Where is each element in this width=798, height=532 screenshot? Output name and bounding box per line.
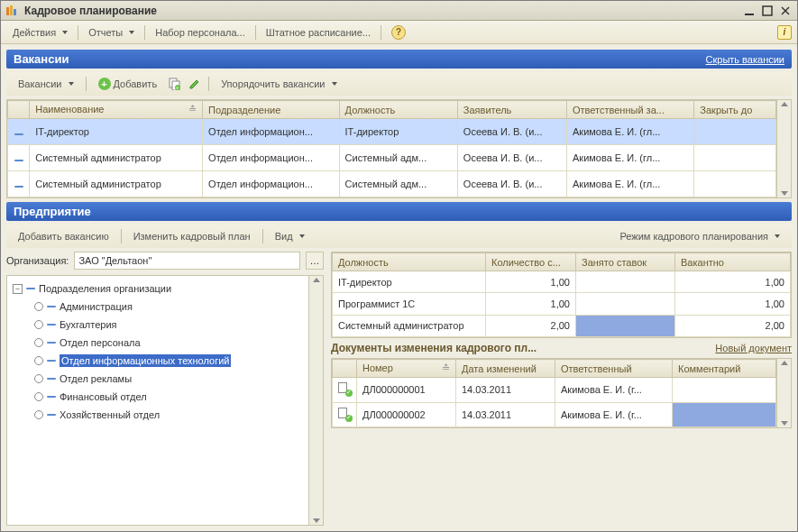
col-responsible[interactable]: Ответственный за...: [567, 101, 694, 119]
choose-org-button[interactable]: …: [306, 252, 324, 270]
vacancies-toolbar: Вакансии Добавить + Упорядочить вакансии: [6, 72, 792, 96]
add-label: Добавить: [114, 78, 158, 89]
view-menu[interactable]: Вид: [269, 228, 311, 244]
department-tree: − Подразделения организации Администраци…: [6, 275, 324, 526]
folder-icon: [47, 414, 56, 416]
tree-item[interactable]: Администрация: [9, 298, 307, 316]
tree-item-root[interactable]: − Подразделения организации: [9, 280, 307, 298]
col-vacant[interactable]: Вакантно: [675, 253, 791, 271]
separator: [121, 229, 122, 243]
enterprise-header: Предприятие: [6, 202, 792, 221]
svg-rect-4: [763, 6, 772, 15]
folder-icon: [47, 324, 56, 326]
svg-text:+: +: [176, 85, 179, 90]
docs-table: Номер≛ Дата изменений Ответственный Комм…: [332, 359, 776, 427]
reports-menu[interactable]: Отчеты: [82, 24, 141, 41]
doc-posted-icon: [338, 382, 351, 395]
maximize-button[interactable]: [759, 4, 775, 18]
separator: [78, 25, 78, 40]
actions-menu[interactable]: Действия: [6, 24, 74, 41]
table-row[interactable]: Системный администратор 2,00 2,00: [333, 315, 791, 336]
table-row[interactable]: Программист 1С 1,00 1,00: [333, 293, 791, 315]
folder-icon: [26, 288, 35, 289]
content: Вакансии Скрыть вакансии Вакансии Добави…: [1, 44, 797, 531]
recruit-button[interactable]: Набор персонала...: [149, 24, 251, 41]
window: Кадровое планирование Действия Отчеты На…: [0, 0, 798, 532]
scroll-down-icon: [313, 518, 320, 523]
col-position[interactable]: Должность: [339, 101, 457, 119]
svg-rect-2: [14, 9, 16, 15]
scrollbar[interactable]: [776, 100, 791, 197]
minimize-button[interactable]: [741, 4, 757, 18]
tree-item[interactable]: Бухгалтерия: [9, 316, 307, 334]
tree-item[interactable]: Финансовый отдел: [9, 388, 307, 406]
separator: [144, 25, 145, 40]
sort-icon: ≛: [188, 104, 197, 115]
col-department[interactable]: Подразделение: [203, 101, 339, 119]
vacancies-header: Вакансии Скрыть вакансии: [6, 50, 792, 69]
col-number[interactable]: Номер≛: [357, 360, 456, 378]
tree-item[interactable]: Хозяйственный отдел: [9, 406, 307, 424]
scrollbar[interactable]: [776, 359, 791, 427]
planning-mode-menu[interactable]: Режим кадрового планирования: [613, 228, 786, 244]
org-input[interactable]: ЗАО "Дельтаон": [74, 252, 300, 270]
col-comment[interactable]: Комментарий: [673, 360, 776, 378]
copy-button[interactable]: +: [167, 76, 183, 92]
tree-list: − Подразделения организации Администраци…: [7, 276, 308, 525]
col-occupied[interactable]: Занято ставок: [576, 253, 675, 271]
col-icon[interactable]: [333, 360, 357, 378]
table-row[interactable]: ДЛ000000002 14.03.2011 Акимова Е. И. (г.…: [333, 402, 776, 427]
table-row[interactable]: Системный администратор Отдел информацио…: [8, 145, 776, 171]
tree-item-selected[interactable]: Отдел информационных технологий: [9, 352, 307, 370]
radio-icon: [34, 320, 43, 329]
close-button[interactable]: [777, 4, 793, 18]
scrollbar[interactable]: [308, 276, 323, 525]
app-icon: [5, 4, 19, 18]
col-applicant[interactable]: Заявитель: [457, 101, 566, 119]
collapse-icon[interactable]: −: [13, 284, 23, 294]
col-closeby[interactable]: Закрыть до: [694, 101, 776, 119]
enterprise-title: Предприятие: [14, 205, 91, 218]
add-button[interactable]: Добавить: [92, 75, 164, 93]
folder-icon: [47, 378, 56, 380]
window-title: Кадровое планирование: [24, 5, 739, 17]
edit-plan-button[interactable]: Изменить кадровый план: [127, 228, 257, 244]
separator: [255, 25, 256, 40]
table-row[interactable]: ДЛ000000001 14.03.2011 Акимова Е. И. (г.…: [333, 378, 776, 403]
tree-item[interactable]: Отдел рекламы: [9, 370, 307, 388]
docs-title: Документы изменения кадрового пл...: [331, 342, 537, 354]
main-toolbar: Действия Отчеты Набор персонала... Штатн…: [1, 21, 797, 44]
info-button[interactable]: i: [777, 25, 792, 40]
col-count[interactable]: Количество с...: [486, 253, 576, 271]
hide-vacancies-link[interactable]: Скрыть вакансии: [706, 54, 784, 65]
col-handle[interactable]: [8, 101, 30, 119]
help-button[interactable]: ?: [385, 23, 412, 42]
left-pane: Организация: ЗАО "Дельтаон" … − Подразде…: [6, 252, 324, 526]
edit-button[interactable]: [187, 76, 203, 92]
svg-rect-1: [10, 5, 13, 15]
col-name[interactable]: Наименование≛: [30, 101, 203, 119]
docs-header: Документы изменения кадрового пл... Новы…: [331, 342, 792, 354]
vacancies-menu[interactable]: Вакансии: [12, 76, 80, 92]
scroll-up-icon: [313, 278, 320, 282]
radio-icon: [34, 410, 43, 419]
col-position[interactable]: Должность: [333, 253, 486, 271]
scroll-up-icon: [781, 361, 788, 365]
tree-item[interactable]: Отдел персонала: [9, 334, 307, 352]
add-vacancy-button[interactable]: Добавить вакансию: [12, 228, 115, 244]
folder-icon: [47, 396, 56, 398]
table-row[interactable]: IT-директор 1,00 1,00: [333, 271, 791, 293]
table-row[interactable]: IT-директор Отдел информацион... IT-дире…: [8, 119, 776, 145]
radio-icon: [34, 392, 43, 401]
col-responsible[interactable]: Ответственный: [555, 360, 673, 378]
docs-grid: Номер≛ Дата изменений Ответственный Комм…: [331, 358, 792, 428]
table-row[interactable]: Системный администратор Отдел информацио…: [8, 171, 776, 197]
staffing-button[interactable]: Штатное расписание...: [260, 24, 377, 41]
org-label: Организация:: [6, 255, 69, 266]
sort-vacancies-menu[interactable]: Упорядочить вакансии: [215, 76, 343, 92]
positions-table: Должность Количество с... Занято ставок …: [332, 252, 791, 337]
new-document-link[interactable]: Новый документ: [715, 343, 792, 353]
help-icon: ?: [391, 25, 406, 40]
svg-rect-3: [745, 14, 754, 15]
col-date[interactable]: Дата изменений: [456, 360, 555, 378]
